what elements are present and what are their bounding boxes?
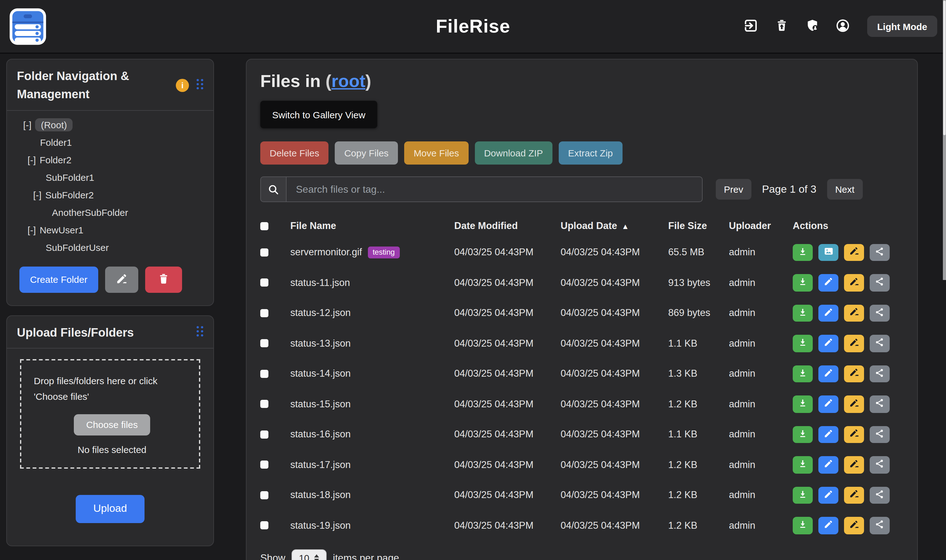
drag-handle-icon[interactable]: [196, 325, 204, 340]
select-all-checkbox[interactable]: [260, 222, 268, 230]
share-button[interactable]: [870, 244, 890, 261]
file-name[interactable]: status-12.json: [290, 308, 351, 319]
column-header-file-name[interactable]: File Name: [290, 220, 454, 231]
file-name[interactable]: status-15.json: [290, 398, 351, 410]
edit-tag-button[interactable]: [844, 335, 864, 352]
create-folder-button[interactable]: Create Folder: [19, 266, 98, 293]
drag-handle-icon[interactable]: [196, 78, 204, 92]
download-button[interactable]: [793, 274, 813, 291]
edit-tag-button[interactable]: [844, 486, 864, 504]
logout-button[interactable]: [743, 18, 759, 34]
edit-file-button[interactable]: [818, 305, 838, 322]
row-checkbox[interactable]: [260, 340, 268, 348]
search-input[interactable]: [286, 177, 703, 202]
row-checkbox[interactable]: [260, 248, 268, 257]
edit-tag-button[interactable]: [844, 274, 864, 291]
tree-toggle[interactable]: [-]: [28, 225, 36, 235]
folder-tree-item[interactable]: [-] NewUser1: [7, 222, 208, 239]
delete-folder-button[interactable]: [145, 266, 182, 293]
row-checkbox[interactable]: [260, 461, 268, 469]
file-name[interactable]: status-16.json: [290, 429, 351, 440]
download-button[interactable]: [793, 517, 813, 534]
tree-item-label[interactable]: SubFolder1: [46, 172, 94, 183]
download-button[interactable]: [793, 335, 813, 352]
share-button[interactable]: [870, 274, 890, 291]
row-checkbox[interactable]: [260, 431, 268, 438]
download-button[interactable]: [793, 426, 813, 443]
row-checkbox[interactable]: [260, 522, 268, 530]
row-checkbox[interactable]: [260, 309, 268, 317]
column-header-date-modified[interactable]: Date Modified: [454, 220, 561, 231]
download-button[interactable]: [793, 305, 813, 322]
edit-file-button[interactable]: [818, 335, 838, 352]
file-name[interactable]: status-17.json: [290, 459, 351, 471]
edit-file-button[interactable]: [818, 395, 838, 413]
share-button[interactable]: [870, 335, 890, 352]
rename-folder-button[interactable]: [105, 266, 138, 293]
file-name[interactable]: status-14.json: [290, 368, 351, 380]
trash-restore-button[interactable]: [773, 18, 789, 34]
folder-tree-item[interactable]: [-] Folder2: [7, 151, 208, 169]
preview-image-button[interactable]: [818, 244, 838, 261]
info-icon[interactable]: i: [176, 79, 189, 92]
edit-file-button[interactable]: [818, 274, 838, 291]
tree-item-label[interactable]: Folder1: [40, 137, 72, 148]
tree-toggle[interactable]: [-]: [28, 155, 36, 166]
edit-tag-button[interactable]: [844, 395, 864, 413]
download-button[interactable]: [793, 486, 813, 504]
scrollbar-thumb[interactable]: [943, 1, 946, 135]
bulk-action-button[interactable]: Download ZIP: [475, 142, 552, 165]
share-button[interactable]: [870, 365, 890, 382]
folder-tree-item[interactable]: SubFolder1: [7, 169, 208, 186]
page-scrollbar[interactable]: [943, 0, 946, 280]
folder-tree-item[interactable]: [-] SubFolder2: [7, 186, 208, 204]
download-button[interactable]: [793, 456, 813, 473]
tree-item-label[interactable]: AnotherSubFolder: [52, 208, 128, 218]
bulk-action-button[interactable]: Move Files: [404, 142, 468, 165]
file-name[interactable]: status-18.json: [290, 489, 351, 501]
tree-item-label[interactable]: SubFolder2: [45, 190, 94, 200]
folder-tree-item[interactable]: SubFolderUser: [7, 239, 208, 257]
upload-button[interactable]: Upload: [76, 495, 145, 523]
row-checkbox[interactable]: [260, 491, 268, 499]
share-button[interactable]: [870, 486, 890, 504]
folder-tree-item[interactable]: AnotherSubFolder: [7, 204, 208, 222]
row-checkbox[interactable]: [260, 279, 268, 287]
edit-file-button[interactable]: [818, 456, 838, 473]
edit-tag-button[interactable]: [844, 456, 864, 473]
tree-item-label[interactable]: (Root): [35, 118, 72, 132]
folder-tree-item[interactable]: Folder1: [7, 134, 208, 151]
light-mode-toggle-button[interactable]: Light Mode: [867, 15, 937, 37]
share-button[interactable]: [870, 426, 890, 443]
share-button[interactable]: [870, 305, 890, 322]
tree-toggle[interactable]: [-]: [23, 120, 32, 131]
bulk-action-button[interactable]: Extract Zip: [559, 142, 622, 165]
share-button[interactable]: [870, 456, 890, 473]
edit-file-button[interactable]: [818, 517, 838, 534]
tree-item-label[interactable]: NewUser1: [40, 225, 83, 235]
next-page-button[interactable]: Next: [827, 179, 863, 200]
items-per-page-select[interactable]: 10: [292, 549, 327, 560]
root-folder-link[interactable]: root: [331, 71, 365, 91]
edit-file-button[interactable]: [818, 486, 838, 504]
column-header-uploader[interactable]: Uploader: [729, 220, 793, 231]
bulk-action-button[interactable]: Copy Files: [335, 142, 398, 165]
column-header-upload-date[interactable]: Upload Date▲: [561, 220, 668, 231]
edit-tag-button[interactable]: [844, 365, 864, 382]
row-checkbox[interactable]: [260, 400, 268, 408]
column-header-file-size[interactable]: File Size: [668, 220, 729, 231]
file-name[interactable]: servermonitor.gif: [290, 247, 362, 258]
share-button[interactable]: [870, 395, 890, 413]
share-button[interactable]: [870, 517, 890, 534]
edit-file-button[interactable]: [818, 365, 838, 382]
edit-file-button[interactable]: [818, 426, 838, 443]
prev-page-button[interactable]: Prev: [716, 179, 751, 200]
download-button[interactable]: [793, 365, 813, 382]
download-button[interactable]: [793, 244, 813, 261]
row-checkbox[interactable]: [260, 370, 268, 378]
edit-tag-button[interactable]: [844, 517, 864, 534]
download-button[interactable]: [793, 395, 813, 413]
edit-tag-button[interactable]: [844, 305, 864, 322]
file-dropzone[interactable]: Drop files/folders here or click 'Choose…: [20, 360, 200, 469]
folder-tree-item[interactable]: [-] (Root): [7, 116, 208, 134]
